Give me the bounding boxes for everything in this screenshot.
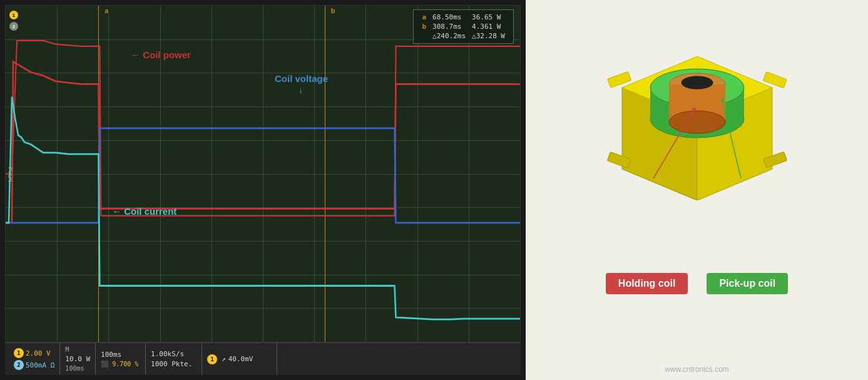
sample-rate: 1.00kS/s [151, 350, 197, 358]
svg-point-16 [692, 108, 696, 111]
ch1-indicator: 1 [9, 11, 18, 19]
svg-point-10 [682, 76, 713, 89]
coil-3d-svg [597, 13, 797, 200]
timebase-status: 100ms ⬛ 9.700 % [96, 343, 146, 375]
coil-current-arrow: ← [112, 206, 124, 217]
ch2-indicator: 2 [9, 22, 18, 31]
coil-labels: Holding coil Pick-up coil [606, 273, 788, 294]
m-label: M [65, 346, 90, 353]
coil-voltage-label: Coil voltage [275, 73, 328, 84]
timebase-main: 100ms [101, 351, 140, 359]
coil-current-annotation: ← Coil current [112, 206, 176, 217]
ch2-badge: 2 [14, 360, 24, 370]
svg-point-18 [720, 98, 724, 102]
right-panel: Holding coil Pick-up coil www.cntronics.… [526, 0, 868, 380]
timebase-label: 100ms [65, 365, 90, 372]
puil-label: P=U*I [7, 167, 13, 182]
trig-ch-badge: 1 [207, 354, 217, 364]
oscilloscope-panel: a b a 68.50ms 36.65 W b 308.7ms 4.361 W … [0, 0, 526, 380]
coil-power-annotation: ← Coil power [131, 49, 191, 60]
holding-coil-label: Holding coil [606, 273, 688, 294]
scope-status-bar: 1 2.00 V 2 500mA Ω M 10.0 W 100ms 100ms … [5, 342, 521, 375]
m-value: 10.0 W [65, 355, 90, 363]
pickup-coil-label: Pick-up coil [707, 273, 788, 294]
coil-voltage-annotation: Coil voltage ↓ [275, 73, 328, 95]
svg-point-9 [669, 111, 725, 133]
waveform-display [6, 6, 520, 342]
trig-level: 40.0mV [228, 355, 253, 363]
scope-screen: a b a 68.50ms 36.65 W b 308.7ms 4.361 W … [5, 5, 521, 342]
ch1-status: 1 2.00 V 2 500mA Ω [9, 343, 60, 375]
sample-points: 1000 Pkte. [151, 360, 197, 368]
m-status: M 10.0 W 100ms [60, 343, 96, 375]
coil-power-arrow: ← [131, 49, 143, 60]
coil-power-label: Coil power [143, 49, 191, 60]
ch1-voltage: 2.00 V [26, 349, 51, 357]
zoom-pct: ⬛ 9.700 % [101, 361, 140, 367]
coil-current-label: Coil current [124, 206, 176, 217]
watermark: www.cntronics.com [665, 365, 729, 374]
coil-illustration [597, 13, 797, 200]
trig-slope: ↗ [222, 355, 226, 363]
sample-status: 1.00kS/s 1000 Pkte. [146, 343, 202, 375]
coil-voltage-arrow: ↓ [299, 84, 304, 95]
trigger-status: 1 ↗ 40.0mV [202, 343, 277, 375]
ch2-current: 500mA Ω [26, 361, 54, 369]
ch1-badge: 1 [14, 348, 24, 358]
